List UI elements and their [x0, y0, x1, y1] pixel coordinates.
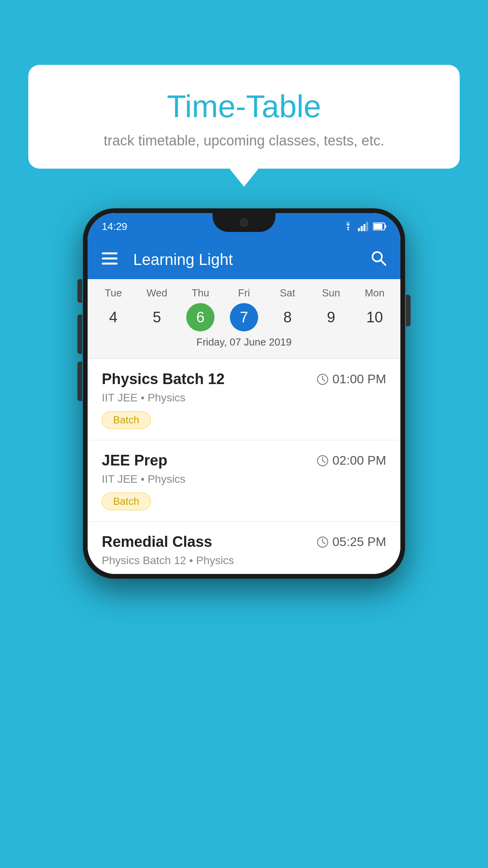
svg-rect-3	[363, 224, 365, 231]
status-icons	[342, 222, 386, 231]
day-name-sun: Sun	[322, 287, 340, 299]
calendar-days-row: Tue 4 Wed 5 Thu 6 Fri 7	[88, 287, 400, 331]
day-num-thu: 6	[186, 303, 215, 331]
class-item-3-header: Remedial Class 05:25 PM	[102, 533, 386, 550]
calendar-day-sat[interactable]: Sat 8	[268, 287, 307, 331]
clock-icon-1	[317, 373, 328, 385]
front-camera	[240, 218, 248, 227]
svg-point-0	[347, 229, 349, 230]
calendar-day-mon[interactable]: Mon 10	[355, 287, 394, 331]
day-name-fri: Fri	[238, 287, 250, 299]
calendar-day-fri[interactable]: Fri 7	[224, 287, 264, 331]
svg-rect-10	[102, 263, 117, 265]
svg-rect-2	[361, 226, 363, 231]
class-time-text-2: 02:00 PM	[332, 453, 386, 468]
class-item-1[interactable]: Physics Batch 12 01:00 PM IIT JEE • Phys…	[88, 359, 400, 440]
day-name-sat: Sat	[280, 287, 295, 299]
svg-line-15	[323, 379, 325, 381]
app-toolbar: Learning Light	[88, 240, 400, 279]
class-time-3: 05:25 PM	[317, 535, 386, 549]
tooltip-title: Time-Table	[44, 88, 444, 125]
day-num-fri: 7	[230, 303, 258, 331]
silent-button	[77, 362, 82, 401]
calendar-day-wed[interactable]: Wed 5	[137, 287, 176, 331]
day-num-sun: 9	[317, 303, 345, 331]
tooltip-subtitle: track timetable, upcoming classes, tests…	[44, 132, 444, 149]
day-num-mon: 10	[360, 303, 389, 331]
batch-badge-2: Batch	[102, 493, 151, 510]
svg-rect-1	[358, 228, 360, 231]
clock-icon-2	[317, 455, 328, 467]
class-meta-2: IIT JEE • Physics	[102, 473, 386, 485]
battery-icon	[373, 222, 386, 231]
batch-badge-1: Batch	[102, 411, 151, 429]
notch	[213, 213, 275, 232]
class-time-2: 02:00 PM	[317, 453, 386, 468]
day-name-tue: Tue	[105, 287, 122, 299]
class-name-1: Physics Batch 12	[102, 371, 225, 388]
volume-down-button	[77, 314, 82, 354]
class-meta-3: Physics Batch 12 • Physics	[102, 554, 386, 567]
calendar-strip: Tue 4 Wed 5 Thu 6 Fri 7	[88, 279, 400, 359]
class-time-text-1: 01:00 PM	[332, 372, 386, 386]
calendar-day-sun[interactable]: Sun 9	[312, 287, 351, 331]
search-icon[interactable]	[371, 250, 386, 269]
svg-rect-9	[102, 257, 117, 259]
tooltip-card: Time-Table track timetable, upcoming cla…	[28, 65, 460, 169]
power-button	[406, 295, 411, 326]
svg-rect-7	[385, 225, 386, 228]
calendar-day-thu[interactable]: Thu 6	[181, 287, 220, 331]
class-item-2-header: JEE Prep 02:00 PM	[102, 452, 386, 469]
selected-date-label: Friday, 07 June 2019	[88, 331, 400, 355]
class-time-1: 01:00 PM	[317, 372, 386, 386]
phone-screen: 14:29	[88, 213, 400, 574]
phone-mockup: 14:29	[83, 208, 405, 579]
class-item-3[interactable]: Remedial Class 05:25 PM Physics Batch 12…	[88, 521, 400, 574]
status-bar: 14:29	[88, 213, 400, 240]
toolbar-title: Learning Light	[129, 251, 359, 268]
day-name-mon: Mon	[365, 287, 385, 299]
svg-line-21	[323, 542, 325, 544]
class-item-1-header: Physics Batch 12 01:00 PM	[102, 371, 386, 388]
phone-outer: 14:29	[83, 208, 405, 579]
menu-icon[interactable]	[102, 251, 117, 268]
clock-icon-3	[317, 536, 328, 548]
svg-rect-6	[374, 224, 382, 229]
day-num-sat: 8	[273, 303, 302, 331]
class-name-3: Remedial Class	[102, 533, 212, 550]
svg-line-12	[381, 260, 385, 265]
class-item-2[interactable]: JEE Prep 02:00 PM IIT JEE • Physics Batc…	[88, 440, 400, 521]
volume-up-button	[77, 279, 82, 303]
day-name-thu: Thu	[192, 287, 209, 299]
class-name-2: JEE Prep	[102, 452, 167, 469]
svg-rect-8	[102, 252, 117, 254]
day-name-wed: Wed	[147, 287, 167, 299]
signal-icon	[358, 222, 369, 231]
day-num-wed: 5	[143, 303, 171, 331]
wifi-icon	[342, 222, 354, 231]
class-meta-1: IIT JEE • Physics	[102, 392, 386, 404]
day-num-tue: 4	[99, 303, 127, 331]
svg-rect-4	[366, 222, 368, 231]
svg-line-18	[323, 461, 325, 462]
status-time: 14:29	[102, 221, 127, 233]
calendar-day-tue[interactable]: Tue 4	[94, 287, 133, 331]
class-time-text-3: 05:25 PM	[332, 535, 386, 549]
